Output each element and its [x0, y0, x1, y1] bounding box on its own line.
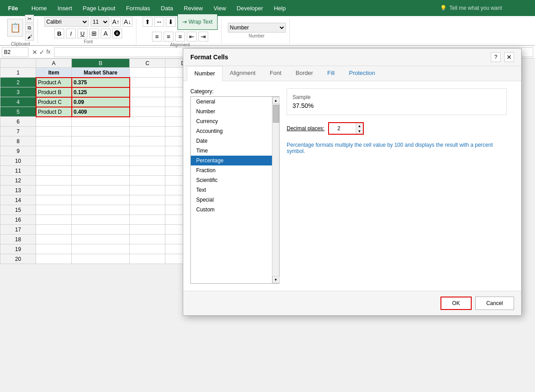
font-size-select[interactable]: 11: [91, 17, 109, 27]
cell-b2[interactable]: 0.375: [72, 78, 130, 87]
font-group: Calibri 11 A↑ A↓ B I U ⊞ A 🅐 Font: [41, 18, 136, 43]
tab-alignment[interactable]: Alignment: [222, 66, 263, 81]
decrease-indent-button[interactable]: ⇤: [187, 32, 197, 41]
decimal-increment-button[interactable]: ▲: [356, 123, 363, 128]
dialog-body: Category: General Number Currency Accoun…: [183, 81, 521, 264]
menu-bar: File Home Insert Page Layout Formulas Da…: [0, 0, 535, 16]
category-label: Category:: [190, 88, 280, 95]
format-painter-button[interactable]: 🖌: [25, 33, 34, 41]
row-header-3: 3: [0, 87, 36, 97]
tell-me-bar[interactable]: 💡: [435, 5, 535, 11]
cut-button[interactable]: ✂: [25, 15, 34, 23]
category-scientific[interactable]: Scientific: [191, 175, 272, 185]
align-middle-button[interactable]: ↔: [154, 17, 164, 27]
row-header-5: 5: [0, 107, 36, 117]
cell-b3[interactable]: 0.125: [72, 87, 130, 97]
row-header-4: 4: [0, 97, 36, 107]
dialog-help-button[interactable]: ?: [491, 52, 501, 62]
category-accounting[interactable]: Accounting: [191, 126, 272, 136]
font-name-select[interactable]: Calibri: [44, 17, 89, 27]
cell-reference-input[interactable]: B2: [2, 47, 29, 57]
scroll-up-arrow[interactable]: ▲: [272, 97, 280, 104]
align-top-button[interactable]: ⬆: [143, 17, 152, 27]
increase-font-button[interactable]: A↑: [111, 17, 121, 27]
cell-c2[interactable]: [130, 78, 165, 87]
fill-color-button[interactable]: A: [101, 29, 111, 38]
cell-a1[interactable]: Item: [36, 68, 72, 78]
cell-b1[interactable]: Market Share: [72, 68, 130, 78]
dialog-titlebar: Format Cells ? ✕: [183, 49, 521, 66]
clipboard-group: 📋 ✂ ⧉ 🖌 Clipboard: [4, 18, 38, 43]
category-general[interactable]: General: [191, 97, 272, 107]
dialog-title: Format Cells: [190, 54, 228, 61]
paste-button[interactable]: 📋: [7, 19, 23, 37]
cell-a2[interactable]: Product A: [36, 78, 72, 87]
dialog-controls: ? ✕: [491, 52, 514, 62]
tab-number[interactable]: Number: [187, 66, 222, 81]
copy-button[interactable]: ⧉: [25, 24, 34, 32]
cancel-formula-icon[interactable]: ✕: [32, 49, 37, 56]
align-right-button[interactable]: ≡: [175, 32, 185, 41]
align-center-button[interactable]: ≡: [164, 32, 173, 41]
category-date[interactable]: Date: [191, 136, 272, 146]
borders-button[interactable]: ⊞: [89, 29, 99, 38]
align-left-button[interactable]: ≡: [152, 32, 162, 41]
home-menu[interactable]: Home: [26, 0, 52, 16]
category-text[interactable]: Text: [191, 185, 272, 195]
developer-menu[interactable]: Developer: [231, 0, 268, 16]
tab-fill[interactable]: Fill: [320, 66, 342, 81]
cell-b4[interactable]: 0.09: [72, 97, 130, 107]
cell-c4[interactable]: [130, 97, 165, 107]
decimal-decrement-button[interactable]: ▼: [356, 128, 363, 134]
tab-font[interactable]: Font: [263, 66, 288, 81]
category-fraction[interactable]: Fraction: [191, 165, 272, 175]
category-number[interactable]: Number: [191, 107, 272, 116]
cell-c3[interactable]: [130, 87, 165, 97]
tell-me-input[interactable]: [449, 5, 530, 11]
cell-b5[interactable]: 0.409: [72, 107, 130, 117]
category-percentage[interactable]: Percentage: [191, 156, 272, 165]
col-header-c[interactable]: C: [130, 59, 165, 68]
align-bottom-button[interactable]: ⬇: [166, 17, 176, 27]
category-custom[interactable]: Custom: [191, 205, 272, 215]
row-header-2: 2: [0, 78, 36, 87]
cell-c1[interactable]: [130, 68, 165, 78]
cell-a5[interactable]: Product D: [36, 107, 72, 117]
col-header-a[interactable]: A: [36, 59, 72, 68]
scroll-thumb[interactable]: [273, 105, 279, 123]
tab-protection[interactable]: Protection: [342, 66, 383, 81]
number-format-select[interactable]: Number: [228, 23, 286, 33]
confirm-formula-icon[interactable]: ✓: [39, 49, 45, 56]
decimal-places-row: Decimal places: 2 ▲ ▼: [287, 122, 507, 135]
sample-label: Sample: [292, 94, 501, 100]
underline-button[interactable]: U: [78, 29, 87, 38]
insert-function-icon[interactable]: fx: [46, 49, 50, 56]
dialog-close-button[interactable]: ✕: [504, 52, 514, 62]
decrease-font-button[interactable]: A↓: [123, 17, 132, 27]
category-special[interactable]: Special: [191, 195, 272, 205]
italic-button[interactable]: I: [66, 29, 76, 38]
decimal-spinners: ▲ ▼: [356, 123, 363, 134]
category-currency[interactable]: Currency: [191, 116, 272, 126]
decimal-places-input[interactable]: 2: [329, 123, 356, 134]
cell-c5[interactable]: [130, 107, 165, 117]
cell-a4[interactable]: Product C: [36, 97, 72, 107]
toolbar: 📋 ✂ ⧉ 🖌 Clipboard Calibri 11 A↑ A: [0, 16, 535, 45]
increase-indent-button[interactable]: ⇥: [198, 32, 208, 41]
help-menu[interactable]: Help: [268, 0, 291, 16]
category-time[interactable]: Time: [191, 146, 272, 156]
format-options-section: Sample 37.50% Decimal places: 2 ▲ ▼ Perc…: [280, 88, 514, 264]
page-layout-menu[interactable]: Page Layout: [78, 0, 121, 16]
corner-header: [0, 59, 36, 68]
font-color-button[interactable]: 🅐: [112, 29, 122, 38]
file-menu[interactable]: File: [0, 0, 26, 16]
col-header-b[interactable]: B: [72, 59, 130, 68]
insert-menu[interactable]: Insert: [52, 0, 78, 16]
category-scrollbar[interactable]: ▲ ▼: [272, 97, 279, 264]
bold-button[interactable]: B: [54, 29, 64, 38]
cell-a3[interactable]: Product B: [36, 87, 72, 97]
tab-border[interactable]: Border: [288, 66, 320, 81]
format-description: Percentage formats multiply the cell val…: [287, 142, 507, 158]
wrap-text-button[interactable]: ⇥ Wrap Text: [177, 14, 218, 30]
category-list-container: General Number Currency Accounting Date …: [190, 96, 280, 264]
